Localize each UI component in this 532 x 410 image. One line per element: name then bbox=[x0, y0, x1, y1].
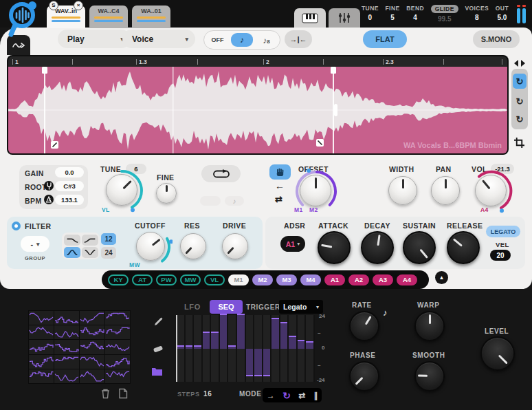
collapse-panel-button[interactable]: ▲ bbox=[433, 269, 450, 286]
sync-off-button[interactable]: OFF bbox=[204, 36, 231, 43]
nudge-left-icon[interactable]: ← bbox=[275, 181, 285, 191]
lfo-shape-preset[interactable] bbox=[80, 355, 104, 369]
global-param-out[interactable]: OUT5.0 bbox=[496, 5, 509, 23]
filter-enable-toggle[interactable] bbox=[12, 222, 21, 230]
swap-direction-icon[interactable]: ⇄ bbox=[275, 195, 282, 204]
mode-loop-icon[interactable]: ↻ bbox=[282, 391, 291, 400]
seq-step-1[interactable] bbox=[177, 315, 186, 382]
bpm-detect-button[interactable] bbox=[44, 195, 54, 204]
seq-step-3[interactable] bbox=[194, 315, 203, 382]
lfo-shape-preset[interactable] bbox=[105, 311, 130, 325]
res-knob[interactable] bbox=[180, 233, 206, 259]
loop-end-grip[interactable] bbox=[334, 104, 337, 116]
mod-source-MW[interactable]: MW bbox=[180, 274, 201, 285]
legato-button[interactable]: LEGATO bbox=[486, 226, 520, 237]
seq-step-2[interactable] bbox=[186, 315, 195, 382]
mod-source-M4[interactable]: M4 bbox=[300, 274, 321, 285]
seq-step-6[interactable] bbox=[220, 315, 229, 382]
tab-seq[interactable]: SEQ bbox=[210, 300, 243, 314]
mod-source-KY[interactable]: KY bbox=[108, 274, 129, 285]
mod-source-A1[interactable]: A1 bbox=[324, 274, 345, 285]
tune-knob[interactable] bbox=[106, 174, 137, 206]
tab-lfo[interactable]: LFO bbox=[184, 303, 201, 311]
tune-value[interactable]: 6 bbox=[126, 164, 146, 174]
lfo-shape-preset[interactable] bbox=[29, 340, 54, 354]
loop-mode-alt-button[interactable]: ↻ bbox=[516, 96, 524, 107]
seq-step-10[interactable] bbox=[254, 315, 263, 382]
mode-hold-icon[interactable]: ∥ bbox=[313, 391, 318, 400]
seq-step-4[interactable] bbox=[203, 315, 212, 382]
slope-12-button[interactable]: 12 bbox=[101, 233, 116, 245]
width-knob[interactable] bbox=[388, 176, 417, 205]
eraser-tool-icon[interactable] bbox=[153, 343, 165, 355]
waveform-display[interactable]: 11.322.3 WA Vocals B...6BPM Bbmin bbox=[7, 55, 509, 155]
keyboard-view-tab[interactable] bbox=[294, 8, 326, 28]
fade-out-handle[interactable] bbox=[316, 139, 324, 147]
decay-knob[interactable] bbox=[361, 231, 394, 264]
mod-source-A3[interactable]: A3 bbox=[373, 274, 393, 285]
vel-value[interactable]: 20 bbox=[490, 250, 511, 261]
global-param-voices[interactable]: VOICES8 bbox=[465, 5, 489, 23]
seq-step-5[interactable] bbox=[211, 315, 220, 382]
sample-edit-tab[interactable] bbox=[7, 35, 30, 55]
gain-value[interactable]: 0.0 bbox=[55, 167, 84, 177]
mod-source-VL[interactable]: VL bbox=[204, 274, 225, 285]
seq-step-15[interactable] bbox=[298, 315, 307, 382]
folder-tool-icon[interactable] bbox=[151, 367, 164, 379]
lfo-shape-preset[interactable] bbox=[29, 311, 54, 325]
seq-step-11[interactable] bbox=[263, 315, 272, 382]
seq-step-12[interactable] bbox=[271, 315, 280, 382]
step-sequencer-grid[interactable] bbox=[177, 315, 315, 382]
vol-knob[interactable] bbox=[475, 175, 507, 206]
filter-shape-notch[interactable] bbox=[82, 247, 98, 258]
smooth-knob[interactable] bbox=[414, 361, 445, 391]
loop-sub-button[interactable] bbox=[200, 196, 221, 206]
seq-step-9[interactable] bbox=[246, 315, 255, 382]
loop-end-handle[interactable] bbox=[331, 67, 336, 74]
lfo-shape-preset[interactable] bbox=[105, 355, 130, 369]
preset-tab-0[interactable]: WAV..in S × bbox=[47, 6, 85, 28]
filter-group-dropdown[interactable]: - ▾ bbox=[21, 236, 49, 252]
level-knob[interactable] bbox=[480, 336, 515, 371]
loop-mode-step-button[interactable]: ↻ bbox=[516, 114, 524, 125]
snap-button[interactable]: →|← bbox=[285, 30, 312, 48]
cutoff-knob[interactable] bbox=[136, 232, 165, 261]
attack-knob[interactable] bbox=[318, 231, 351, 264]
seq-step-16[interactable] bbox=[306, 315, 315, 382]
mod-source-M3[interactable]: M3 bbox=[276, 274, 297, 285]
lfo-shape-preset[interactable] bbox=[29, 369, 54, 383]
loop-start-handle[interactable] bbox=[42, 67, 47, 74]
sum-mono-button[interactable]: S.MONO bbox=[473, 30, 520, 48]
mixer-view-tab[interactable] bbox=[329, 8, 360, 28]
lfo-shape-preset[interactable] bbox=[80, 340, 104, 354]
filter-shape-highpass[interactable] bbox=[82, 235, 98, 246]
waveform-area[interactable]: WA Vocals B...6BPM Bbmin bbox=[8, 67, 507, 153]
sync-triplet-button[interactable]: ♪8 bbox=[253, 34, 280, 46]
pencil-tool-icon[interactable] bbox=[153, 316, 165, 329]
mod-source-A2[interactable]: A2 bbox=[348, 274, 369, 285]
play-mode-dropdown[interactable]: Play ▾ bbox=[58, 30, 131, 48]
flat-button[interactable]: FLAT bbox=[363, 30, 407, 48]
mode-ping-pong-icon[interactable]: ⇄ bbox=[299, 391, 306, 400]
mod-source-A4[interactable]: A4 bbox=[397, 274, 417, 285]
global-param-bend[interactable]: BEND4 bbox=[406, 5, 424, 23]
lfo-shape-preset[interactable] bbox=[54, 311, 79, 325]
seq-step-8[interactable] bbox=[237, 315, 246, 382]
rate-sync-note-icon[interactable]: ♪ bbox=[383, 308, 388, 318]
fine-knob[interactable] bbox=[156, 183, 177, 204]
mode-forward-icon[interactable]: → bbox=[267, 391, 275, 400]
loop-note-button[interactable]: ♪ bbox=[225, 196, 244, 206]
bpm-value[interactable]: 133.1 bbox=[55, 195, 84, 205]
warp-knob[interactable] bbox=[414, 311, 445, 341]
mod-source-M1[interactable]: M1 bbox=[228, 274, 249, 285]
drive-knob[interactable] bbox=[222, 233, 248, 259]
root-detect-button[interactable] bbox=[44, 181, 54, 191]
seq-step-13[interactable] bbox=[280, 315, 289, 382]
lfo-shape-preset[interactable] bbox=[80, 311, 104, 325]
steps-value[interactable]: 16 bbox=[203, 390, 212, 398]
phase-knob[interactable] bbox=[349, 361, 379, 391]
mod-source-PW[interactable]: PW bbox=[156, 274, 177, 285]
rate-knob[interactable] bbox=[349, 311, 379, 341]
lfo-shape-preset[interactable] bbox=[80, 325, 104, 339]
preset-tab-1[interactable]: WA..C4 bbox=[89, 6, 128, 28]
